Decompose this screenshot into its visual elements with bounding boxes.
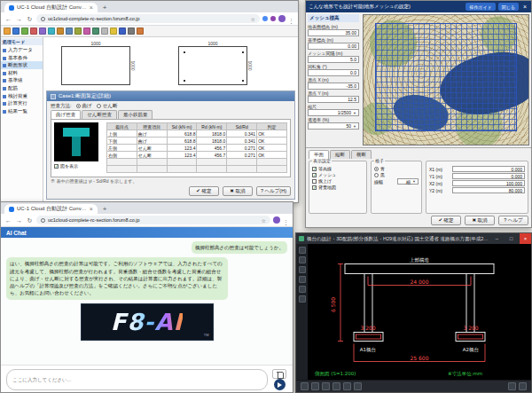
browser-menu-icon[interactable] (288, 11, 294, 27)
tree-item[interactable]: 基本条件 (1, 54, 43, 62)
reload-icon[interactable] (26, 15, 34, 23)
tree-item[interactable]: 入力データ (1, 46, 43, 54)
tree-item-selected[interactable]: 断面形状 (1, 61, 43, 69)
new-tab-button[interactable] (103, 204, 107, 214)
tab-profile[interactable]: 縦断 (330, 150, 350, 159)
section-preview[interactable] (54, 122, 98, 161)
undo-icon[interactable] (66, 28, 73, 35)
grid-color-black-radio[interactable]: 黒 (374, 172, 419, 177)
ground-elevation-input[interactable]: 35.00 (308, 29, 359, 36)
address-bar[interactable]: uc1cloud-complete-rc-section.forum8.co.j… (36, 14, 260, 23)
new-tab-button[interactable] (103, 3, 107, 12)
window-titlebar[interactable]: こんな地形でも設計可能(地形メッシュの設定) 操作ガイド 閉じる (306, 1, 531, 12)
print-icon[interactable] (21, 28, 28, 35)
preview-icon[interactable] (30, 28, 37, 35)
y1-input[interactable]: 0.000 (452, 173, 525, 179)
y2-input[interactable]: 80.000 (452, 187, 525, 193)
cad-canvas[interactable]: 24 000 25 600 6 500 3 200 3 200 上部構造 A1橋… (308, 244, 531, 380)
forward-icon[interactable] (15, 15, 23, 23)
bookmark-star-icon[interactable] (262, 217, 266, 224)
scale-select[interactable]: 1/2500 (308, 109, 359, 116)
tab-close-icon[interactable] (90, 206, 93, 212)
pan-icon[interactable] (311, 382, 319, 390)
close-icon[interactable] (521, 4, 528, 10)
x1-input[interactable]: 0.000 (452, 166, 525, 172)
site-info-icon[interactable] (41, 17, 45, 21)
rebar-view-icon[interactable] (299, 295, 306, 303)
send-icon[interactable] (274, 379, 286, 390)
browser-menu-icon[interactable] (283, 212, 289, 228)
zoom-in-icon[interactable] (322, 382, 330, 390)
back-icon[interactable] (4, 15, 12, 23)
mesh-spacing-input[interactable]: 5.0 (308, 56, 359, 63)
site-info-icon[interactable] (41, 218, 45, 223)
chat-input[interactable] (6, 369, 268, 390)
trash-icon[interactable] (272, 369, 286, 379)
graph-icon[interactable] (101, 28, 108, 35)
reload-icon[interactable] (26, 216, 34, 224)
cut-icon[interactable] (39, 28, 46, 35)
profile-avatar[interactable] (278, 15, 286, 22)
grid-color-blue-radio[interactable]: 青 (374, 166, 419, 171)
extension-icon[interactable] (270, 16, 276, 21)
back-icon[interactable] (4, 216, 12, 224)
contour-checkbox[interactable]: 等高線 (312, 166, 364, 171)
browser-tab[interactable]: UC-1 Cloud 自動設計 Conv… (4, 204, 98, 214)
tab-shear[interactable]: せん断照査 (82, 110, 117, 119)
ok-button[interactable]: ✔ 確定 (189, 186, 219, 196)
layers-icon[interactable] (519, 382, 527, 390)
flag-checkbox[interactable]: 旗上げ (312, 178, 364, 184)
profile-avatar[interactable] (273, 216, 280, 224)
print-icon[interactable] (508, 382, 516, 390)
front-view-icon[interactable] (299, 256, 306, 263)
3d-view-icon[interactable] (110, 28, 117, 35)
window-titlebar[interactable]: 橋台の設計・3D配筋(部分係数法・H29道示対応) 国土交通省 道路橋示方書(平… (296, 233, 531, 244)
calc-icon[interactable] (83, 28, 90, 35)
close-window-button[interactable]: 閉じる (498, 3, 519, 11)
show-figure-checkbox[interactable]: 図を表示 (54, 163, 104, 169)
measure-icon[interactable] (354, 382, 362, 390)
help-icon[interactable] (137, 28, 144, 35)
ok-button[interactable]: ✔ 確定 (431, 216, 461, 225)
tab-bending[interactable]: 曲げ照査 (51, 110, 81, 119)
select-icon[interactable] (301, 382, 309, 390)
plan-view-icon[interactable] (299, 276, 306, 283)
address-bar[interactable]: uc1cloud-complete-rc-section.forum8.co.j… (36, 216, 270, 224)
tree-item[interactable]: 基準値 (1, 76, 43, 84)
mesh-grid-overlay[interactable] (375, 23, 517, 132)
side-view-icon[interactable] (299, 266, 306, 273)
close-icon[interactable] (520, 233, 531, 244)
tab-close-icon[interactable] (90, 4, 93, 11)
extension-icon[interactable] (262, 16, 268, 21)
copy-icon[interactable] (48, 28, 55, 35)
paste-icon[interactable] (57, 28, 64, 35)
home-view-icon[interactable] (299, 247, 306, 254)
redo-icon[interactable] (74, 28, 82, 35)
help-button[interactable]: ? ヘルプ (498, 216, 528, 225)
cancel-button[interactable]: ✖ 取消 (465, 216, 495, 225)
forward-icon[interactable] (15, 216, 23, 224)
mesh-checkbox[interactable]: メッシュ (312, 172, 364, 177)
cancel-button[interactable]: ✖ 取消 (223, 186, 253, 196)
open-icon[interactable] (4, 28, 11, 35)
tree-item[interactable]: 材料 (1, 69, 43, 77)
tree-item[interactable]: 配筋 (1, 84, 43, 92)
fit-view-icon[interactable] (343, 382, 351, 390)
rotation-input[interactable]: 0.0 (308, 69, 359, 76)
browser-tab[interactable]: UC-1 Cloud 自動設計 Conv… (4, 3, 98, 12)
table-icon[interactable] (92, 28, 99, 35)
chat-scroll-area[interactable]: 橋脚柱部高さの照査は可能でしょうか。 はい、橋脚柱部高さの照査の計算は可能です。… (1, 238, 293, 365)
terrain-map-viewport[interactable] (363, 14, 529, 145)
basemap-checkbox[interactable]: 背景地図 (312, 185, 364, 190)
3d-view-icon[interactable] (299, 286, 306, 293)
datum-elevation-input[interactable]: 0.00 (308, 43, 359, 50)
drawing-canvas[interactable]: 1000 1000 1000 1000 Case1:断面算定(詳細) 照査方法:… (43, 37, 298, 202)
radio-shear[interactable]: せん断 (97, 103, 118, 109)
tree-item[interactable]: 計算実行 (1, 99, 43, 107)
zoom-out-icon[interactable] (332, 382, 340, 390)
x2-input[interactable]: 100.000 (452, 180, 525, 186)
opacity-select[interactable]: 50 (308, 122, 359, 130)
bookmark-star-icon[interactable] (251, 16, 255, 22)
maximize-icon[interactable] (505, 233, 517, 244)
linewidth-select[interactable]: 細 (397, 178, 419, 185)
